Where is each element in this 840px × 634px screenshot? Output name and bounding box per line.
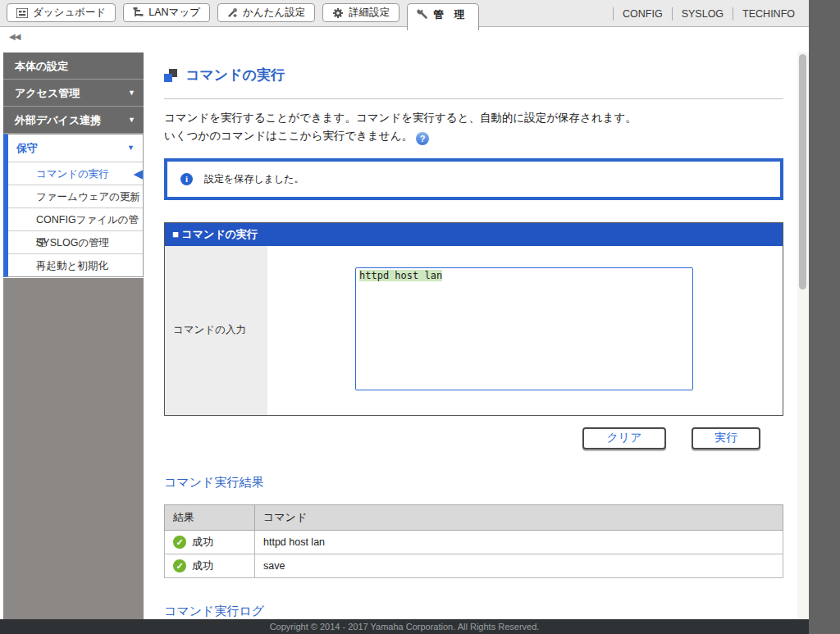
main-tabs: ダッシュボード LANマップ かんたん設定 詳細設定 管 理: [7, 3, 479, 30]
description-line-1: コマンドを実行することができます。コマンドを実行すると、自動的に設定が保存されま…: [164, 109, 783, 127]
tab-advanced-settings[interactable]: 詳細設定: [322, 3, 399, 22]
config-link[interactable]: CONFIG: [613, 7, 672, 21]
status-cell: ✓ 成功: [173, 535, 246, 550]
sidebar-item-restart-init[interactable]: 再起動と初期化: [8, 253, 143, 276]
tab-management[interactable]: 管 理: [407, 3, 478, 30]
sidebar-section-maintenance: 保守 ▼ コマンドの実行 ◀ ファームウェアの更新 CONFIGファイルの管理 …: [3, 134, 144, 277]
panel-body: コマンドの入力 httpd host lan: [165, 246, 783, 415]
sidebar-item-label: 再起動と初期化: [36, 260, 108, 271]
lanmap-icon: [133, 7, 144, 18]
techinfo-link[interactable]: TECHINFO: [733, 7, 804, 21]
pages-icon: [164, 69, 177, 82]
command-input-area: httpd host lan: [267, 246, 783, 415]
sidebar-item-label: コマンドの実行: [36, 168, 109, 180]
tab-label: 詳細設定: [349, 6, 390, 20]
column-header-status: 結果: [165, 504, 255, 530]
tab-label: LANマップ: [148, 6, 200, 20]
command-input-label: コマンドの入力: [165, 246, 267, 415]
sidebar-filler: [3, 278, 144, 619]
sidebar-item-syslog-management[interactable]: SYSLOGの管理: [8, 230, 143, 253]
scrollbar-track[interactable]: [797, 52, 809, 619]
window-outside-area: [809, 0, 840, 634]
title-divider: [164, 98, 783, 99]
chevron-down-icon: ▼: [127, 135, 135, 162]
command-execution-panel: ■ コマンドの実行 コマンドの入力 httpd host lan: [164, 222, 783, 416]
wrench-icon: [417, 8, 428, 20]
active-item-marker-icon: ◀: [133, 162, 143, 185]
sidebar-item-config-file[interactable]: CONFIGファイルの管理: [8, 208, 143, 230]
info-icon: i: [180, 173, 193, 185]
page-description: コマンドを実行することができます。コマンドを実行すると、自動的に設定が保存されま…: [164, 109, 783, 146]
command-value: httpd host lan: [255, 530, 783, 554]
gear-icon: [332, 7, 344, 19]
success-check-icon: ✓: [173, 559, 186, 572]
sidebar-item-label: ファームウェアの更新: [36, 191, 140, 203]
sidebar-item-maintenance[interactable]: 保守 ▼: [8, 135, 143, 162]
footer-copyright: Copyright © 2014 - 2017 Yamaha Corporati…: [0, 619, 809, 634]
sidebar-item-access-management[interactable]: アクセス管理 ▼: [3, 80, 144, 107]
sidebar-item-label: 外部デバイス連携: [15, 114, 101, 126]
status-cell: ✓ 成功: [173, 559, 246, 573]
status-badge: 成功: [192, 535, 213, 550]
save-success-banner: i 設定を保存しました。: [164, 158, 783, 200]
wand-icon: [227, 7, 238, 18]
tab-label: 管 理: [433, 8, 468, 22]
success-check-icon: ✓: [173, 536, 186, 549]
command-value: save: [255, 554, 783, 577]
sidebar: 本体の設定 アクセス管理 ▼ 外部デバイス連携 ▼ 保守 ▼ コマンドの実行 ◀…: [3, 52, 144, 619]
sidebar-item-label: アクセス管理: [15, 87, 80, 99]
command-result-table: 結果 コマンド ✓ 成功 httpd host lan: [164, 504, 783, 578]
table-row: ✓ 成功 save: [165, 554, 783, 577]
command-text-selected: httpd host lan: [359, 270, 442, 281]
syslog-link[interactable]: SYSLOG: [672, 7, 733, 21]
sidebar-item-label: SYSLOGの管理: [36, 237, 109, 249]
sidebar-item-firmware-update[interactable]: ファームウェアの更新: [8, 185, 143, 208]
execute-button[interactable]: 実行: [692, 427, 760, 449]
sidebar-item-external-devices[interactable]: 外部デバイス連携 ▼: [3, 107, 144, 134]
scrollbar-thumb[interactable]: [799, 54, 806, 290]
save-success-message: 設定を保存しました。: [204, 172, 304, 186]
sidebar-item-system-settings[interactable]: 本体の設定: [3, 52, 144, 80]
help-icon[interactable]: ?: [416, 132, 429, 145]
tab-lanmap[interactable]: LANマップ: [123, 3, 210, 22]
command-textarea[interactable]: httpd host lan: [355, 267, 693, 390]
action-buttons-row: クリア 実行: [164, 427, 760, 449]
description-line-2: いくつかのコマンドはここから実行できません。?: [164, 127, 783, 145]
sidebar-item-label: 保守: [16, 142, 38, 154]
main-content: コマンドの実行 コマンドを実行することができます。コマンドを実行すると、自動的に…: [164, 66, 783, 634]
panel-header: ■ コマンドの実行: [165, 223, 783, 246]
result-section-title: コマンド実行結果: [164, 475, 783, 490]
status-badge: 成功: [192, 559, 213, 573]
tab-label: かんたん設定: [243, 6, 305, 20]
tab-label: ダッシュボード: [33, 6, 106, 20]
log-section-title: コマンド実行ログ: [164, 604, 783, 619]
chevron-down-icon: ▼: [128, 80, 135, 107]
top-right-links: CONFIG SYSLOG TECHINFO: [613, 0, 804, 27]
dashboard-icon: [16, 8, 28, 18]
admin-page: ダッシュボード LANマップ かんたん設定 詳細設定 管 理: [0, 0, 809, 634]
clear-button[interactable]: クリア: [582, 427, 666, 449]
chevron-down-icon: ▼: [128, 107, 135, 134]
sidebar-collapse-icon[interactable]: ◀◀: [9, 32, 20, 41]
tab-easy-setup[interactable]: かんたん設定: [217, 3, 315, 22]
table-header-row: 結果 コマンド: [165, 504, 783, 530]
sidebar-item-command-execution[interactable]: コマンドの実行 ◀: [8, 162, 143, 185]
table-row: ✓ 成功 httpd host lan: [165, 530, 783, 554]
column-header-command: コマンド: [255, 504, 783, 530]
tab-dashboard[interactable]: ダッシュボード: [7, 3, 116, 22]
page-title: コマンドの実行: [185, 66, 285, 84]
sidebar-item-label: 本体の設定: [15, 60, 68, 72]
page-title-row: コマンドの実行: [164, 66, 783, 84]
